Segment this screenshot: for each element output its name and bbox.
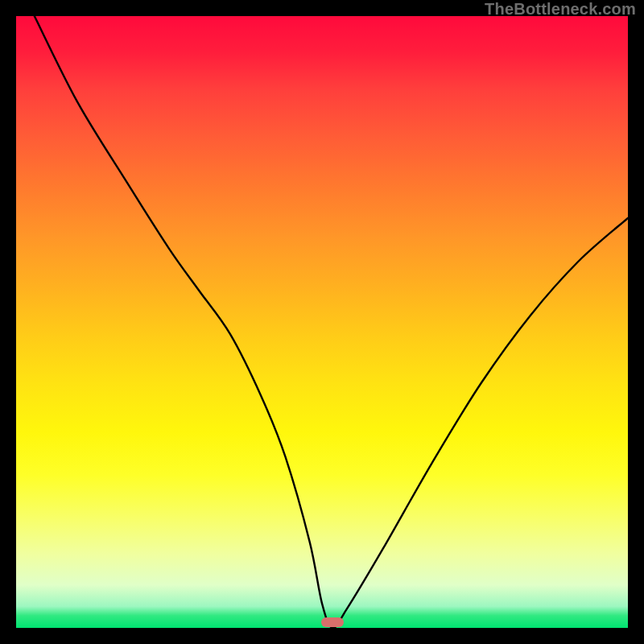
plot-area [16,16,628,628]
watermark-text: TheBottleneck.com [485,0,636,19]
chart-frame: TheBottleneck.com [0,0,644,644]
optimal-marker [321,617,344,627]
bottleneck-curve [16,16,628,628]
